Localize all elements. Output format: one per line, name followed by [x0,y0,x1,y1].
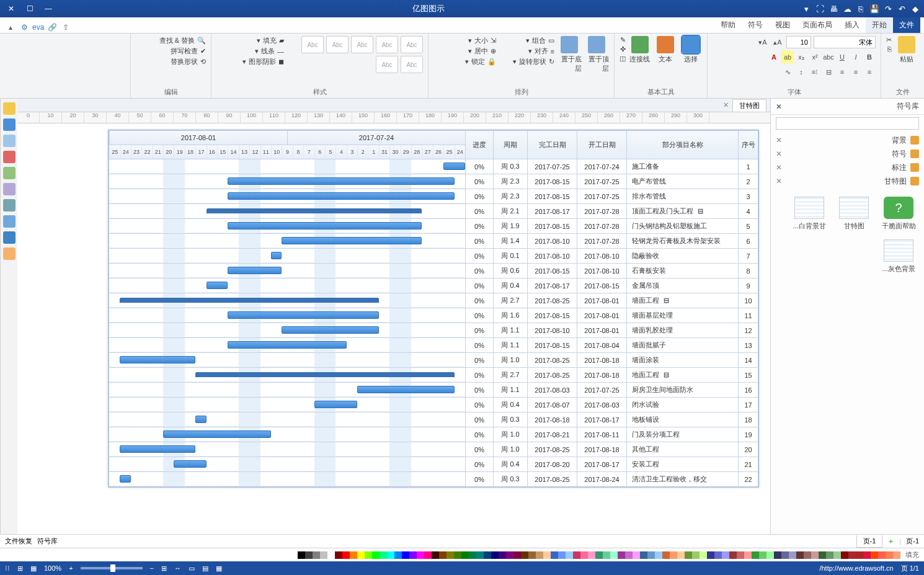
qa-save-icon[interactable]: 💾 [868,2,881,15]
color-swatch[interactable] [580,551,588,559]
gantt-bar[interactable] [120,445,195,453]
color-swatch[interactable] [409,551,417,559]
bold-icon[interactable]: B [863,51,876,63]
color-swatch[interactable] [841,551,848,559]
color-swatch[interactable] [826,551,833,559]
font-shrink-icon[interactable]: A▾ [757,36,769,48]
color-swatch[interactable] [402,551,409,559]
gantt-bar[interactable] [282,237,422,244]
color-swatch[interactable] [313,551,320,559]
color-swatch[interactable] [506,551,513,559]
color-swatch[interactable] [796,551,804,559]
align-button[interactable]: ≡ 对齐 ▾ [499,47,554,56]
color-swatch[interactable] [327,551,335,559]
color-swatch[interactable] [566,551,573,559]
white-bg-thumb[interactable]: 白背景甘... [791,197,827,231]
color-swatch[interactable] [551,551,558,559]
category-remove-icon[interactable]: ✕ [776,149,782,158]
style-preset[interactable]: Abc [301,36,324,53]
view-mode-icon[interactable]: ▭ [189,564,195,573]
color-swatch[interactable] [819,551,826,559]
table-row[interactable]: 10⊟ 墙面工程2017-08-012017-08-252.7 周0% [109,293,758,308]
gantt-bar[interactable] [282,326,379,334]
color-swatch[interactable] [461,551,469,559]
gray-bg-thumb[interactable]: 灰色背景... [881,239,917,274]
category-item[interactable]: 标注✕ [776,161,919,174]
color-swatch[interactable] [670,551,677,559]
color-swatch[interactable] [521,551,528,559]
gantt-chart[interactable]: 序号 部分项目名称 开工日期 完工日期 周期 进度 2017-07-24 201… [108,130,759,488]
color-swatch[interactable] [595,551,603,559]
color-swatch[interactable] [610,551,618,559]
text-tool[interactable]: 文本 [654,36,677,64]
spellcheck-button[interactable]: ✔ 拼写检查 [159,47,206,56]
gantt-bar[interactable] [120,356,195,363]
tab-page-layout[interactable]: 页面布局 [796,17,838,33]
help-thumb[interactable]: ?干脆面帮助 [881,197,917,231]
sidebar-tab-recover[interactable]: 文件恢复 [5,537,32,546]
connect-tool[interactable]: 连接线 [628,36,651,64]
color-swatch[interactable] [878,551,886,559]
gantt-bar[interactable] [120,298,378,303]
color-swatch[interactable] [491,551,499,559]
qa-export-icon[interactable]: ⎘ [855,2,867,15]
replace-shape-button[interactable]: ⟲ 替换形状 [159,57,206,66]
category-item[interactable]: 符号✕ [776,147,919,161]
tab-start[interactable]: 开始 [866,17,893,33]
data-icon[interactable] [3,199,16,212]
user-label[interactable]: eva [32,22,44,33]
help-side-icon[interactable] [3,247,16,260]
zoom-value[interactable]: 100% [44,564,61,572]
curve-text-icon[interactable]: ∿ [781,66,794,78]
color-swatch[interactable] [499,551,506,559]
shadow-prop-icon[interactable] [3,167,16,179]
bullets-icon[interactable]: ⁝≡ [809,66,821,78]
color-swatch[interactable] [677,551,685,559]
status-extra-icon[interactable]: ⁝⁝ [5,564,10,573]
crop-tool[interactable]: ◫ [620,55,626,63]
color-swatch[interactable] [804,551,811,559]
font-size-input[interactable] [786,36,811,48]
color-swatch[interactable] [871,551,878,559]
table-row[interactable]: 14墙面涂装2017-08-182017-08-251.0 周0% [109,353,758,368]
color-swatch[interactable] [647,551,655,559]
panel-close-icon[interactable]: ✕ [776,102,782,111]
zoom-out-icon[interactable]: − [150,564,154,572]
font-name-input[interactable] [814,36,876,48]
lock-button[interactable]: 🔒 锁定 ▾ [453,57,496,66]
sidebar-tab-symbols[interactable]: 符号库 [37,537,58,546]
gantt-bar[interactable] [228,311,379,319]
color-swatch[interactable] [603,551,610,559]
gantt-bar[interactable] [357,386,455,393]
zoom-in-icon[interactable]: + [69,564,73,572]
tab-symbols[interactable]: 符号 [742,17,769,33]
color-swatch[interactable] [528,551,536,559]
color-swatch[interactable] [335,551,342,559]
color-swatch[interactable] [298,551,305,559]
gantt-bar[interactable] [443,163,465,170]
align-center-icon[interactable]: ≡ [850,66,862,78]
copy-button[interactable]: ⎘ [886,45,892,53]
table-row[interactable]: 22清洁卫生工程验收，移交2017-08-242017-08-250.3 周0% [109,472,758,487]
table-row[interactable]: 6轻钢龙骨石膏板及木骨架安装2017-07-282017-08-101.4 周0… [109,234,758,249]
color-swatch[interactable] [856,551,863,559]
gantt-bar[interactable] [207,208,422,213]
gantt-bar[interactable] [228,267,282,274]
link-icon[interactable]: 🔗 [47,22,58,33]
color-swatch[interactable] [722,551,729,559]
color-swatch[interactable] [342,551,350,559]
style-preset[interactable]: Abc [326,36,349,53]
color-swatch[interactable] [424,551,432,559]
color-swatch[interactable] [469,551,476,559]
color-swatch[interactable] [848,551,856,559]
gantt-bar[interactable] [120,475,130,483]
table-row[interactable]: 12墙面乳胶处理2017-08-012017-08-101.1 周0% [109,323,758,338]
color-swatch[interactable] [640,551,647,559]
style-preset[interactable]: Abc [401,56,423,73]
table-row[interactable]: 15⊟ 地面工程2017-08-182017-08-252.7 周0% [109,368,758,383]
paste-button[interactable]: 粘贴 [894,36,919,64]
color-swatch[interactable] [618,551,625,559]
group-button[interactable]: ▭ 组合 ▾ [499,36,554,45]
color-swatch[interactable] [752,551,759,559]
color-swatch[interactable] [789,551,796,559]
